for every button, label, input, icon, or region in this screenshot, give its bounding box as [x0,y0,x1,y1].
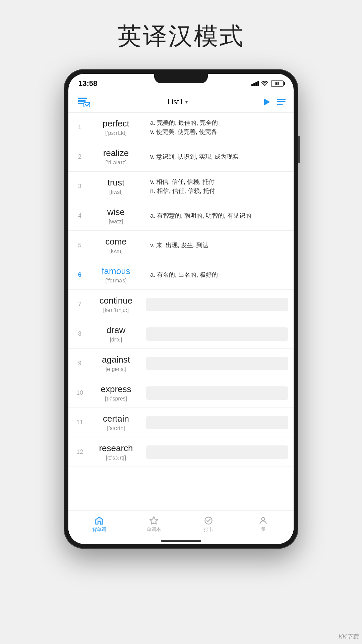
word-english: perfect [103,118,129,129]
nav-item-person[interactable]: 我 [236,516,290,533]
wifi-icon [261,81,268,86]
word-translation [146,416,288,429]
word-translation: v. 相信, 信任, 信赖, 托付 n. 相信, 信任, 信赖, 托付 [146,177,288,196]
word-list: 1perfect[ˈpɜːrfɪkt]a. 完美的, 最佳的, 完全的 v. 使… [68,113,294,511]
word-english: express [101,384,131,394]
phone-frame: 13:58 58 [64,69,298,549]
row-number: 6 [74,271,86,278]
word-translation: a. 有名的, 出名的, 极好的 [146,270,288,279]
word-english: certain [103,414,129,424]
table-row[interactable]: 1perfect[ˈpɜːrfɪkt]a. 完美的, 最佳的, 完全的 v. 使… [68,113,294,142]
word-phonetic: [kʌm] [109,248,122,254]
nav-label: 背单词 [92,527,106,533]
word-phonetic: [drɔː] [110,336,122,343]
nav-label: 我 [261,527,265,533]
table-row[interactable]: 11certain[ˈsɜːrtn] [68,408,294,437]
battery-icon: 58 [271,80,284,87]
star-icon [149,516,159,525]
row-number: 3 [74,183,86,190]
word-left: trust[trʌst] [86,177,146,195]
word-translation [146,386,288,400]
table-row[interactable]: 5come[kʌm]v. 来, 出现, 发生, 到达 [68,231,294,260]
word-left: certain[ˈsɜːrtn] [86,414,146,431]
svg-point-0 [264,85,265,86]
nav-item-home[interactable]: 背单词 [72,516,126,533]
home-icon [95,516,104,525]
word-translation: v. 意识到, 认识到, 实现, 成为现实 [146,152,288,161]
play-button[interactable] [264,99,270,105]
nav-item-checkin[interactable]: 打卡 [181,516,236,533]
word-translation [146,327,288,341]
svg-rect-2 [78,100,86,102]
word-english: wise [107,207,125,217]
row-number: 1 [74,124,86,131]
word-english: continue [100,296,132,306]
table-row[interactable]: 8draw[drɔː] [68,319,294,349]
word-left: continue[kənˈtɪnjuː] [86,296,146,313]
word-translation [146,357,288,370]
word-translation: a. 有智慧的, 聪明的, 明智的, 有见识的 [146,211,288,220]
table-row[interactable]: 12research[rɪˈsɜːrtʃ] [68,437,294,467]
notch [154,74,208,83]
row-number: 9 [74,360,86,367]
nav-label: 打卡 [204,527,213,533]
word-left: perfect[ˈpɜːrfɪkt] [86,118,146,136]
table-row[interactable]: 2realize[ˈriːəlaɪz]v. 意识到, 认识到, 实现, 成为现实 [68,142,294,172]
word-phonetic: [əˈgenst] [106,366,126,372]
word-left: famous[ˈfeɪməs] [86,266,146,284]
home-indicator [68,537,294,544]
table-row[interactable]: 7continue[kənˈtɪnjuː] [68,290,294,319]
word-phonetic: [waɪz] [109,218,123,225]
bottom-nav: 背单词单词本打卡我 [68,511,294,537]
word-phonetic: [rɪˈsɜːrtʃ] [106,454,126,461]
nav-item-star[interactable]: 单词本 [126,516,181,533]
table-row[interactable]: 9against[əˈgenst] [68,349,294,378]
word-english: trust [108,177,125,188]
status-time: 13:58 [78,79,97,88]
word-translation: a. 完美的, 最佳的, 完全的 v. 使完美, 使完善, 使完备 [146,118,288,137]
table-row[interactable]: 10express[ɪkˈspres] [68,378,294,408]
nav-label: 单词本 [147,527,161,533]
row-number: 2 [74,153,86,160]
word-english: draw [107,325,125,335]
row-number: 4 [74,212,86,219]
vocab-list-icon[interactable] [76,95,91,109]
status-icons: 58 [251,80,284,87]
word-english: research [99,443,133,453]
word-left: against[əˈgenst] [86,355,146,372]
row-number: 12 [74,448,86,455]
word-left: express[ɪkˈspres] [86,384,146,402]
word-translation [146,445,288,459]
row-number: 8 [74,330,86,337]
word-english: realize [103,148,129,158]
row-number: 11 [74,419,86,426]
table-row[interactable]: 4wise[waɪz]a. 有智慧的, 聪明的, 明智的, 有见识的 [68,201,294,231]
menu-button[interactable] [277,99,286,105]
word-left: wise[waɪz] [86,207,146,225]
watermark: KK下载 [339,633,359,641]
word-left: research[rɪˈsɜːrtʃ] [86,443,146,461]
word-left: draw[drɔː] [86,325,146,343]
word-english: famous [102,266,130,276]
word-left: come[kʌm] [86,236,146,254]
phone-screen: 13:58 58 [68,74,294,544]
word-phonetic: [ˈpɜːrfɪkt] [105,130,127,136]
person-icon [258,516,268,525]
word-phonetic: [ɪkˈspres] [105,395,127,402]
checkin-icon [204,516,213,525]
word-english: against [102,355,130,365]
svg-point-6 [261,517,264,520]
chevron-down-icon: ▾ [185,99,188,105]
list-title[interactable]: List1 ▾ [168,98,187,106]
row-number: 7 [74,301,86,308]
signal-icon [251,81,259,86]
word-phonetic: [ˈriːəlaɪz] [105,159,126,166]
svg-rect-1 [78,98,87,99]
table-row[interactable]: 3trust[trʌst]v. 相信, 信任, 信赖, 托付 n. 相信, 信任… [68,172,294,201]
word-phonetic: [ˈfeɪməs] [105,277,127,284]
word-phonetic: [trʌst] [109,189,123,195]
row-number: 10 [74,389,86,396]
word-phonetic: [kənˈtɪnjuː] [103,307,129,313]
table-row[interactable]: 6famous[ˈfeɪməs]a. 有名的, 出名的, 极好的 [68,260,294,290]
word-left: realize[ˈriːəlaɪz] [86,148,146,166]
